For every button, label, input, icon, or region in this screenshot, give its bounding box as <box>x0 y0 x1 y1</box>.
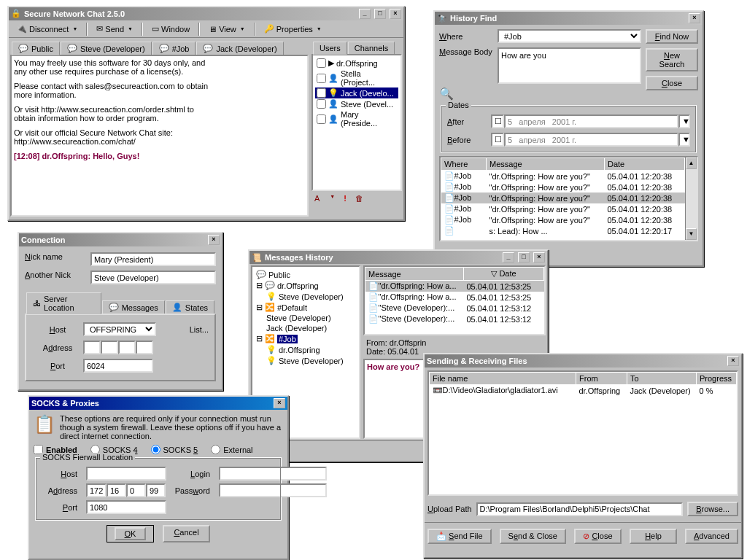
ip-1[interactable] <box>83 341 101 354</box>
ok-button[interactable]: OK <box>107 525 154 542</box>
ip-2[interactable] <box>101 341 118 354</box>
file-row[interactable]: 📼D:\Video\Gladiator\gladiator1.avidr.Off… <box>430 385 737 397</box>
send-file-button[interactable]: 📩 Send File <box>427 529 492 544</box>
browse-button[interactable]: Browse... <box>687 502 738 516</box>
tree-item[interactable]: 💡Steve (Developer) <box>255 291 357 302</box>
advanced-button[interactable]: Advanced <box>685 529 738 544</box>
ip-4[interactable] <box>146 483 166 497</box>
where-select[interactable]: #Job <box>498 29 641 43</box>
send-button[interactable]: ✉Send▼ <box>91 22 138 36</box>
close-button[interactable]: × <box>689 13 700 23</box>
tab-channels[interactable]: Channels <box>348 42 395 54</box>
result-row[interactable]: 📄#Job"dr.Offspring: How are you?"05.04.0… <box>441 171 685 182</box>
msg-grid[interactable]: Message▽ Date 📄"dr.Offspring: How a...05… <box>363 265 546 335</box>
close-button[interactable]: × <box>533 252 545 262</box>
chat-tabs: 💬Public 💬Steve (Developer) 💬#Job 💬Jack (… <box>10 39 309 55</box>
host-input[interactable] <box>86 467 166 481</box>
bulb-icon: 💡 <box>328 88 338 98</box>
close-button[interactable]: × <box>390 9 401 19</box>
tree-item[interactable]: Steve (Developer) <box>255 313 357 323</box>
new-search-button[interactable]: New Search <box>646 48 698 71</box>
tree-item[interactable]: 💡dr.Offspring <box>255 344 357 355</box>
close-button[interactable]: × <box>208 235 220 245</box>
nick-input[interactable] <box>90 252 216 266</box>
properties-button[interactable]: 🔑Properties▼ <box>259 22 327 36</box>
tree-item[interactable]: Jack (Developer) <box>255 323 357 333</box>
results-grid[interactable]: WhereMessageDate 📄#Job"dr.Offspring: How… <box>439 156 698 241</box>
external-radio[interactable]: External <box>211 445 252 454</box>
after-date[interactable] <box>504 114 678 128</box>
send-close-button[interactable]: Send & Close <box>500 529 566 544</box>
ip-3[interactable] <box>126 483 146 497</box>
close-button-2[interactable]: Close <box>646 76 698 90</box>
login-input[interactable] <box>219 467 327 481</box>
minimize-button[interactable]: _ <box>503 252 514 262</box>
msg-row[interactable]: 📄"dr.Offspring: How a...05.04.01 12:53:2… <box>365 281 544 292</box>
addr-label: Address <box>32 343 83 352</box>
tab-public[interactable]: 💬Public <box>12 42 60 55</box>
msg-row[interactable]: 📄"dr.Offspring: How a...05.04.01 12:53:2… <box>365 292 544 303</box>
result-row[interactable]: 📄#Job"dr.Offspring: How are you?"05.04.0… <box>441 192 685 203</box>
port-input[interactable] <box>86 500 166 514</box>
tab-states[interactable]: 👤States <box>166 300 214 314</box>
user-item[interactable]: 👤Mary (Preside... <box>315 109 398 128</box>
ip-1[interactable] <box>86 483 107 497</box>
list-button[interactable]: List... <box>190 325 209 334</box>
before-date[interactable] <box>504 133 678 147</box>
pwd-input[interactable] <box>219 483 327 497</box>
result-row[interactable]: 📄#Job"dr.Offspring: How are you?"05.04.0… <box>441 214 685 225</box>
host-select[interactable]: OFFSPRING <box>83 322 156 336</box>
trash-icon[interactable]: 🗑 <box>355 194 363 203</box>
tab-job[interactable]: 💬#Job <box>152 42 196 55</box>
disconnect-button[interactable]: 🔌Disconnect▼ <box>12 22 82 36</box>
user-item[interactable]: 👤Stella (Project... <box>315 69 398 88</box>
tab-users[interactable]: Users <box>313 42 347 55</box>
tree-item[interactable]: 💡Steve (Developer) <box>255 355 357 366</box>
tab-messages[interactable]: 💬Messages <box>102 300 165 314</box>
chat-area[interactable]: You may freely use this software for 30 … <box>10 55 309 217</box>
user-item[interactable]: 💡Jack (Develo... <box>315 88 398 98</box>
upload-input[interactable] <box>476 502 684 516</box>
ip-4[interactable] <box>136 341 153 354</box>
minimize-button[interactable]: _ <box>359 9 371 19</box>
ip-2[interactable] <box>107 483 126 497</box>
user-item[interactable]: 👤Steve (Devel... <box>315 98 398 109</box>
tree-item[interactable]: 💬Public <box>255 269 357 280</box>
file-grid[interactable]: File nameFromToProgress 📼D:\Video\Gladia… <box>427 370 738 496</box>
files-close-button[interactable]: ⊘ Close <box>574 529 622 544</box>
view-button[interactable]: 🖥View▼ <box>204 23 250 36</box>
cancel-button[interactable]: Cancel <box>163 525 210 542</box>
another-input[interactable] <box>90 271 216 284</box>
user-list[interactable]: ▶dr.Offspring 👤Stella (Project... 💡Jack … <box>311 54 402 191</box>
body-input[interactable]: How are you <box>498 47 641 84</box>
msg-row[interactable]: 📄"Steve (Developer):...05.04.01 12:53:12 <box>365 314 544 324</box>
maximize-button[interactable]: □ <box>374 9 386 19</box>
msg-row[interactable]: 📄"Steve (Developer):...05.04.01 12:53:12 <box>365 303 544 314</box>
find-now-button[interactable]: Find Now <box>646 29 698 44</box>
tree-item[interactable]: ⊟ 💬dr.Offspring <box>255 280 357 291</box>
window-button[interactable]: ▭Window <box>147 22 195 36</box>
alert-icon[interactable]: ! <box>344 194 347 203</box>
user-item[interactable]: ▶dr.Offspring <box>315 58 398 69</box>
close-button[interactable]: × <box>727 356 739 366</box>
tab-jack[interactable]: 💬Jack (Developer) <box>196 42 283 55</box>
close-button[interactable]: × <box>274 398 285 408</box>
tab-steve[interactable]: 💬Steve (Developer) <box>61 42 152 55</box>
result-row[interactable]: 📄#Job"dr.Offspring: How are you?"05.04.0… <box>441 182 685 192</box>
dropdown-icon[interactable]: ▼ <box>678 114 690 128</box>
port-input[interactable] <box>83 359 153 373</box>
font-icon[interactable]: A <box>314 194 320 203</box>
socks5-radio[interactable]: SOCKS 5 <box>151 445 198 454</box>
ip-3[interactable] <box>118 341 136 354</box>
tree-item[interactable]: ⊟ 🔀#Default <box>255 302 357 313</box>
help-button[interactable]: Help <box>630 529 677 544</box>
scrollbar[interactable]: ▲▼ <box>685 158 697 240</box>
upload-label: Upload Path <box>427 505 472 513</box>
bubble-icon: 💬 <box>256 270 266 279</box>
result-row[interactable]: 📄#Job"dr.Offspring: How are you?"05.04.0… <box>441 203 685 214</box>
maximize-button[interactable]: □ <box>518 252 530 262</box>
tab-server[interactable]: 🖧Server Location <box>26 292 101 314</box>
result-row[interactable]: 📄s: Lead): How ...05.04.01 12:20:17 <box>441 225 685 236</box>
dropdown-icon[interactable]: ▼ <box>678 133 690 147</box>
tree-item[interactable]: ⊟ 🔀#Job <box>255 333 357 344</box>
